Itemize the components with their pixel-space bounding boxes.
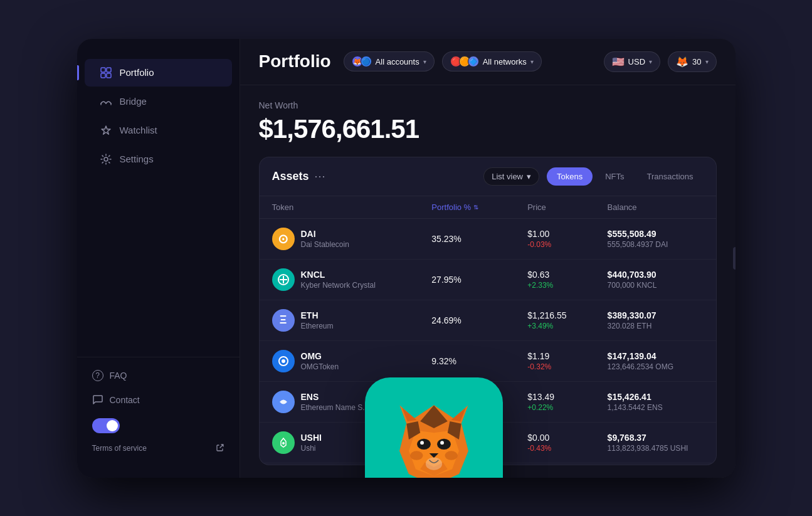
view-chevron: ▾ <box>527 172 531 181</box>
svg-point-10 <box>282 442 285 445</box>
table-row[interactable]: KNCL Kyber Network Crystal 27.95% $0.63 … <box>260 260 716 300</box>
currency-selector[interactable]: 🇺🇸 USD ▾ <box>604 51 660 72</box>
token-price: $1.00 <box>527 229 607 239</box>
assets-tabs: List view ▾ Tokens NFTs Transactions <box>483 167 703 186</box>
token-icon-kncl <box>272 268 295 291</box>
theme-toggle[interactable] <box>92 418 120 433</box>
svg-point-23 <box>440 441 444 445</box>
balance-token: 555,508.4937 DAI <box>608 240 704 249</box>
token-name-block: ENS Ethereum Name S... <box>301 392 369 412</box>
token-symbol: OMG <box>301 351 339 361</box>
price-change: +2.33% <box>527 281 607 290</box>
token-fullname: Ethereum <box>301 322 334 330</box>
balance-token: 113,823,938.4785 USHI <box>608 444 704 453</box>
token-name-block: KNCL Kyber Network Crystal <box>301 270 376 290</box>
view-selector[interactable]: List view ▾ <box>483 167 539 186</box>
balance-token: 123,646.2534 OMG <box>608 362 704 371</box>
sidebar-item-faq[interactable]: ? FAQ <box>85 364 232 387</box>
balance-token: 700,000 KNCL <box>608 281 704 290</box>
svg-rect-1 <box>107 68 111 72</box>
token-icon-omg <box>272 350 295 372</box>
external-link-icon[interactable] <box>216 443 224 454</box>
user-chevron: ▾ <box>705 58 709 65</box>
user-count: 30 <box>692 57 701 66</box>
sidebar-item-label: Bridge <box>120 96 147 107</box>
assets-menu-icon[interactable]: ⋯ <box>314 169 325 183</box>
price-change: +0.22% <box>527 403 607 412</box>
user-count-pill[interactable]: 🦊 30 ▾ <box>668 51 716 72</box>
token-info: KNCL Kyber Network Crystal <box>272 268 432 291</box>
balance-usd: $147,139.04 <box>608 351 704 361</box>
token-price: $13.49 <box>527 392 607 402</box>
price-column: $0.00 -0.43% <box>527 433 607 453</box>
tab-tokens[interactable]: Tokens <box>547 167 593 186</box>
balance-column: $15,426.41 1,143.5442 ENS <box>608 392 704 412</box>
contact-label: Contact <box>110 395 140 405</box>
price-column: $13.49 +0.22% <box>527 392 607 412</box>
token-symbol: DAI <box>301 229 349 239</box>
accounts-selector[interactable]: 🦊 🔵 All accounts ▾ <box>344 51 435 71</box>
price-column: $1,216.55 +3.49% <box>527 310 607 330</box>
fox-svg <box>384 396 484 478</box>
watchlist-icon <box>100 124 112 137</box>
token-name-block: USHI Ushi <box>301 433 322 453</box>
tab-nfts[interactable]: NFTs <box>595 167 634 186</box>
token-price: $0.00 <box>527 433 607 443</box>
token-info: Ξ ETH Ethereum <box>272 309 432 332</box>
price-change: +3.49% <box>527 322 607 330</box>
col-portfolio-label: Portfolio % <box>431 203 471 212</box>
token-fullname: Dai Stablecoin <box>301 240 349 249</box>
portfolio-percentage: 24.69% <box>431 315 527 325</box>
price-column: $1.00 -0.03% <box>527 229 607 249</box>
svg-rect-0 <box>101 68 105 72</box>
faq-icon: ? <box>92 370 103 381</box>
token-symbol: KNCL <box>301 270 376 280</box>
networks-selector[interactable]: 🔴 🟠 🔷 All networks ▾ <box>442 51 542 71</box>
balance-usd: $389,330.07 <box>608 310 704 320</box>
price-change: -0.43% <box>527 444 607 453</box>
portfolio-percentage: 35.23% <box>431 234 527 244</box>
token-name-block: OMG OMGToken <box>301 351 339 371</box>
sidebar-item-settings[interactable]: Settings <box>85 145 232 173</box>
metamask-fox-overlay <box>365 377 503 478</box>
sidebar-item-watchlist[interactable]: Watchlist <box>85 117 232 144</box>
token-fullname: Kyber Network Crystal <box>301 281 376 290</box>
sidebar-item-label: Portfolio <box>120 67 154 78</box>
sidebar-item-contact[interactable]: Contact <box>85 387 232 413</box>
tab-transactions[interactable]: Transactions <box>637 167 704 186</box>
balance-column: $440,703.90 700,000 KNCL <box>608 270 704 290</box>
col-balance: Balance <box>608 203 704 212</box>
svg-point-22 <box>420 441 424 445</box>
currency-label: USD <box>628 57 645 66</box>
col-portfolio[interactable]: Portfolio % ⇅ <box>431 203 527 212</box>
col-token: Token <box>272 203 432 212</box>
table-row[interactable]: ⊙ DAI Dai Stablecoin 35.23% $1.00 -0.03%… <box>260 219 716 260</box>
balance-column: $555,508.49 555,508.4937 DAI <box>608 229 704 249</box>
table-row[interactable]: OMG OMGToken 9.32% $1.19 -0.32% $147,139… <box>260 341 716 382</box>
token-icon-eth: Ξ <box>272 309 295 332</box>
token-fullname: Ushi <box>301 444 322 453</box>
assets-header: Assets ⋯ List view ▾ Tokens NFTs Transac… <box>260 157 716 196</box>
sidebar-item-bridge[interactable]: Bridge <box>85 88 232 115</box>
settings-icon <box>100 153 112 166</box>
svg-point-28 <box>425 457 441 470</box>
balance-token: 1,143.5442 ENS <box>608 403 704 412</box>
terms-label: Terms of service <box>92 444 147 453</box>
token-name-block: DAI Dai Stablecoin <box>301 229 349 249</box>
net-worth-label: Net Worth <box>259 100 717 110</box>
contact-icon <box>92 394 103 407</box>
screen-wrapper: Portfolio Bridge Watch <box>77 39 736 478</box>
sidebar-resize-handle[interactable] <box>733 247 736 270</box>
price-change: -0.03% <box>527 240 607 249</box>
token-info: ⊙ DAI Dai Stablecoin <box>272 228 432 250</box>
balance-token: 320.028 ETH <box>608 322 704 330</box>
terms-row: Terms of service <box>85 438 232 459</box>
header: Portfolio 🦊 🔵 All accounts ▾ 🔴 🟠 🔷 All n… <box>240 39 736 85</box>
token-info: OMG OMGToken <box>272 350 432 372</box>
portfolio-percentage: 27.95% <box>431 275 527 285</box>
balance-usd: $9,768.37 <box>608 433 704 443</box>
bridge-icon <box>100 95 112 108</box>
flag-icon: 🇺🇸 <box>612 56 625 68</box>
sidebar-item-portfolio[interactable]: Portfolio <box>85 59 232 87</box>
table-row[interactable]: Ξ ETH Ethereum 24.69% $1,216.55 +3.49% $… <box>260 300 716 341</box>
